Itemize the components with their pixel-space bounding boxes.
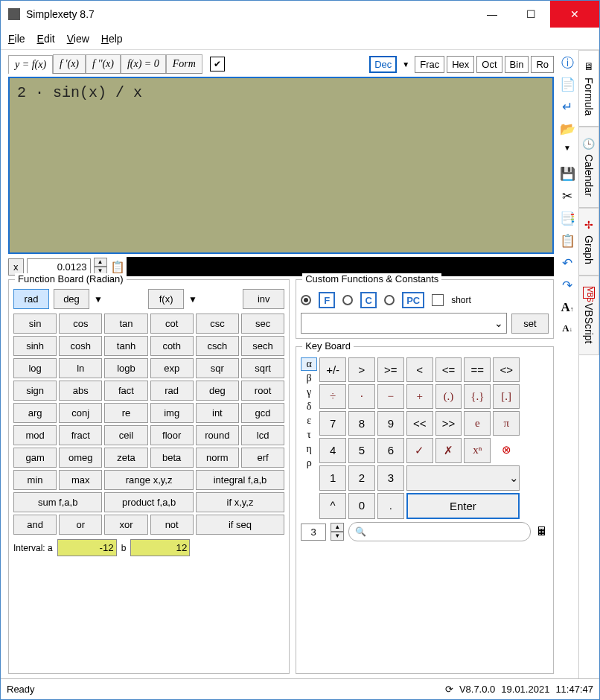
fn-rad[interactable]: rad	[150, 381, 194, 401]
open-folder-icon[interactable]: 📂	[560, 121, 575, 136]
format-hex[interactable]: Hex	[447, 56, 474, 73]
fn-sum[interactable]: sum f,a,b	[13, 492, 102, 512]
fn-ifseq[interactable]: if seq	[196, 515, 284, 535]
key-+[interactable]: +	[406, 384, 433, 409]
key-3[interactable]: 3	[377, 465, 404, 491]
search-field[interactable]: 🔍	[348, 522, 531, 541]
interval-b-input[interactable]	[130, 539, 190, 556]
fn-norm[interactable]: norm	[196, 448, 239, 468]
key-<[interactable]: <	[406, 357, 433, 382]
fn-cos[interactable]: cos	[59, 314, 102, 334]
fn-sqr[interactable]: sqr	[196, 358, 239, 378]
foot-spinner[interactable]: ▲▼	[331, 523, 344, 541]
fn-lcd[interactable]: lcd	[241, 425, 284, 445]
key->[interactable]: >	[348, 357, 375, 382]
key->>[interactable]: >>	[435, 411, 462, 436]
greek-δ[interactable]: δ	[301, 400, 317, 413]
set-button[interactable]: set	[511, 314, 549, 334]
key-check[interactable]: ✓	[406, 438, 433, 463]
fn-min[interactable]: min	[13, 470, 57, 490]
formula-editor[interactable]: 2 · sin(x) / x	[8, 77, 554, 254]
fn-ceil[interactable]: ceil	[104, 425, 147, 445]
key-cancel[interactable]: ⊗	[493, 438, 520, 463]
fn-root[interactable]: root	[241, 381, 284, 401]
fn-gcd[interactable]: gcd	[241, 403, 284, 423]
vtab-calendar[interactable]: 🕒 Calendar	[579, 127, 599, 208]
key-pi[interactable]: π	[493, 411, 520, 436]
fn-or[interactable]: or	[59, 515, 102, 535]
enter-icon[interactable]: ↵	[560, 99, 575, 114]
copy-toolbar-icon[interactable]: 📑	[560, 211, 575, 226]
key-<<[interactable]: <<	[406, 411, 433, 436]
fn-max[interactable]: max	[59, 470, 102, 490]
new-doc-icon[interactable]: 📄	[560, 77, 575, 92]
fn-floor[interactable]: floor	[150, 425, 194, 445]
key-==[interactable]: ==	[464, 357, 491, 382]
key-[.][interactable]: [.]	[493, 384, 520, 409]
key-combo[interactable]: ⌄	[406, 465, 520, 491]
format-bin[interactable]: Bin	[505, 56, 529, 73]
key-÷[interactable]: ÷	[319, 384, 346, 409]
key-enter[interactable]: Enter	[406, 493, 520, 519]
key-7[interactable]: 7	[319, 411, 346, 436]
fn-img[interactable]: img	[150, 403, 194, 423]
maximize-button[interactable]: ☐	[511, 1, 550, 28]
save-icon[interactable]: 💾	[560, 166, 575, 181]
fn-cot[interactable]: cot	[150, 314, 194, 334]
key-<=[interactable]: <=	[435, 357, 462, 382]
fn-csch[interactable]: csch	[196, 336, 239, 356]
fn-sinh[interactable]: sinh	[13, 336, 57, 356]
key-dot[interactable]: .	[377, 493, 404, 519]
fn-log[interactable]: log	[13, 358, 57, 378]
fn-fact[interactable]: fact	[104, 381, 147, 401]
fn-erf[interactable]: erf	[241, 448, 284, 468]
fn-fract[interactable]: fract	[59, 425, 102, 445]
calculator-icon[interactable]: 🖩	[535, 525, 549, 538]
key-(.)[interactable]: (.)	[435, 384, 462, 409]
fn-product[interactable]: product f,a,b	[104, 492, 193, 512]
fn-range[interactable]: range x,y,z	[104, 470, 193, 490]
fn-coth[interactable]: coth	[150, 336, 194, 356]
key-1[interactable]: 1	[319, 465, 346, 491]
greek-α[interactable]: α	[301, 357, 317, 371]
fn-sqrt[interactable]: sqrt	[241, 358, 284, 378]
tab-checkbox[interactable]: ✔	[210, 57, 225, 71]
key-{.}[interactable]: {.}	[464, 384, 491, 409]
fn-re[interactable]: re	[104, 403, 147, 423]
vtab-formula[interactable]: 🖥 Formula	[579, 50, 599, 127]
fn-ifxyz[interactable]: if x,y,z	[196, 492, 284, 512]
foot-number[interactable]: 3	[301, 524, 326, 541]
greek-γ[interactable]: γ	[301, 386, 317, 399]
info-icon[interactable]: ⓘ	[560, 54, 575, 69]
refresh-icon[interactable]: ⟳	[445, 684, 453, 695]
key-e[interactable]: e	[464, 411, 491, 436]
menu-file[interactable]: File	[8, 33, 25, 45]
font-small-icon[interactable]: A↓	[560, 322, 575, 337]
fn-and[interactable]: and	[13, 515, 57, 535]
close-button[interactable]: ✕	[550, 1, 599, 28]
minimize-button[interactable]: —	[473, 1, 511, 28]
copy-icon[interactable]: 📋	[110, 260, 124, 273]
fn-tanh[interactable]: tanh	[104, 336, 147, 356]
fn-arg[interactable]: arg	[13, 403, 57, 423]
key-9[interactable]: 9	[377, 411, 404, 436]
key-5[interactable]: 5	[348, 438, 375, 463]
fn-sec[interactable]: sec	[241, 314, 284, 334]
fn-deg[interactable]: deg	[196, 381, 239, 401]
greek-column[interactable]: αβγδετηρ	[301, 357, 317, 519]
fn-sech[interactable]: sech	[241, 336, 284, 356]
fn-gam[interactable]: gam	[13, 448, 57, 468]
short-checkbox[interactable]	[432, 294, 444, 306]
fn-int[interactable]: int	[196, 403, 239, 423]
tab-form[interactable]: Form	[166, 54, 202, 73]
fn-abs[interactable]: abs	[59, 381, 102, 401]
fn-xor[interactable]: xor	[104, 515, 147, 535]
vtab-vbscript[interactable]: VBS VBScript	[579, 276, 599, 354]
fn-cosh[interactable]: cosh	[59, 336, 102, 356]
format-frac[interactable]: Frac	[415, 56, 444, 73]
key-pow[interactable]: xⁿ	[464, 438, 491, 463]
fn-tan[interactable]: tan	[104, 314, 147, 334]
fn-conj[interactable]: conj	[59, 403, 102, 423]
fn-beta[interactable]: beta	[150, 448, 194, 468]
fn-exp[interactable]: exp	[150, 358, 194, 378]
